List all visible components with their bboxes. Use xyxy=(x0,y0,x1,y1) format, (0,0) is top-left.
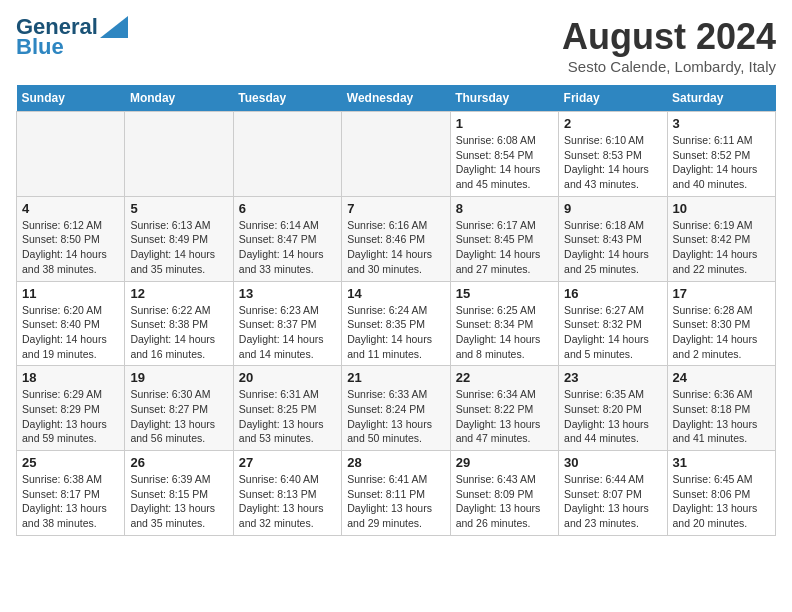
calendar-cell: 29Sunrise: 6:43 AM Sunset: 8:09 PM Dayli… xyxy=(450,451,558,536)
calendar-cell: 13Sunrise: 6:23 AM Sunset: 8:37 PM Dayli… xyxy=(233,281,341,366)
calendar-cell: 15Sunrise: 6:25 AM Sunset: 8:34 PM Dayli… xyxy=(450,281,558,366)
day-info: Sunrise: 6:11 AM Sunset: 8:52 PM Dayligh… xyxy=(673,133,770,192)
day-info: Sunrise: 6:36 AM Sunset: 8:18 PM Dayligh… xyxy=(673,387,770,446)
day-number: 10 xyxy=(673,201,770,216)
title-block: August 2024 Sesto Calende, Lombardy, Ita… xyxy=(562,16,776,75)
day-number: 6 xyxy=(239,201,336,216)
day-number: 5 xyxy=(130,201,227,216)
day-info: Sunrise: 6:38 AM Sunset: 8:17 PM Dayligh… xyxy=(22,472,119,531)
day-number: 30 xyxy=(564,455,661,470)
day-number: 8 xyxy=(456,201,553,216)
day-info: Sunrise: 6:31 AM Sunset: 8:25 PM Dayligh… xyxy=(239,387,336,446)
day-number: 7 xyxy=(347,201,444,216)
day-info: Sunrise: 6:23 AM Sunset: 8:37 PM Dayligh… xyxy=(239,303,336,362)
calendar-cell: 23Sunrise: 6:35 AM Sunset: 8:20 PM Dayli… xyxy=(559,366,667,451)
day-number: 9 xyxy=(564,201,661,216)
day-info: Sunrise: 6:35 AM Sunset: 8:20 PM Dayligh… xyxy=(564,387,661,446)
logo-icon xyxy=(100,16,128,38)
calendar-cell: 14Sunrise: 6:24 AM Sunset: 8:35 PM Dayli… xyxy=(342,281,450,366)
day-number: 23 xyxy=(564,370,661,385)
weekday-header-sunday: Sunday xyxy=(17,85,125,112)
day-info: Sunrise: 6:10 AM Sunset: 8:53 PM Dayligh… xyxy=(564,133,661,192)
calendar-cell: 26Sunrise: 6:39 AM Sunset: 8:15 PM Dayli… xyxy=(125,451,233,536)
day-info: Sunrise: 6:25 AM Sunset: 8:34 PM Dayligh… xyxy=(456,303,553,362)
calendar-cell: 24Sunrise: 6:36 AM Sunset: 8:18 PM Dayli… xyxy=(667,366,775,451)
calendar-cell: 28Sunrise: 6:41 AM Sunset: 8:11 PM Dayli… xyxy=(342,451,450,536)
weekday-header-row: SundayMondayTuesdayWednesdayThursdayFrid… xyxy=(17,85,776,112)
day-info: Sunrise: 6:19 AM Sunset: 8:42 PM Dayligh… xyxy=(673,218,770,277)
day-info: Sunrise: 6:08 AM Sunset: 8:54 PM Dayligh… xyxy=(456,133,553,192)
calendar-cell: 2Sunrise: 6:10 AM Sunset: 8:53 PM Daylig… xyxy=(559,112,667,197)
calendar-cell: 21Sunrise: 6:33 AM Sunset: 8:24 PM Dayli… xyxy=(342,366,450,451)
day-info: Sunrise: 6:17 AM Sunset: 8:45 PM Dayligh… xyxy=(456,218,553,277)
day-number: 14 xyxy=(347,286,444,301)
weekday-header-wednesday: Wednesday xyxy=(342,85,450,112)
day-number: 31 xyxy=(673,455,770,470)
day-info: Sunrise: 6:39 AM Sunset: 8:15 PM Dayligh… xyxy=(130,472,227,531)
day-number: 27 xyxy=(239,455,336,470)
calendar-cell: 4Sunrise: 6:12 AM Sunset: 8:50 PM Daylig… xyxy=(17,196,125,281)
calendar-table: SundayMondayTuesdayWednesdayThursdayFrid… xyxy=(16,85,776,536)
calendar-cell: 5Sunrise: 6:13 AM Sunset: 8:49 PM Daylig… xyxy=(125,196,233,281)
weekday-header-thursday: Thursday xyxy=(450,85,558,112)
day-info: Sunrise: 6:16 AM Sunset: 8:46 PM Dayligh… xyxy=(347,218,444,277)
calendar-cell: 1Sunrise: 6:08 AM Sunset: 8:54 PM Daylig… xyxy=(450,112,558,197)
day-number: 26 xyxy=(130,455,227,470)
calendar-cell: 3Sunrise: 6:11 AM Sunset: 8:52 PM Daylig… xyxy=(667,112,775,197)
day-number: 16 xyxy=(564,286,661,301)
calendar-week-3: 11Sunrise: 6:20 AM Sunset: 8:40 PM Dayli… xyxy=(17,281,776,366)
day-info: Sunrise: 6:40 AM Sunset: 8:13 PM Dayligh… xyxy=(239,472,336,531)
day-info: Sunrise: 6:30 AM Sunset: 8:27 PM Dayligh… xyxy=(130,387,227,446)
location-subtitle: Sesto Calende, Lombardy, Italy xyxy=(562,58,776,75)
logo: General Blue xyxy=(16,16,128,58)
day-number: 25 xyxy=(22,455,119,470)
day-number: 22 xyxy=(456,370,553,385)
calendar-cell: 6Sunrise: 6:14 AM Sunset: 8:47 PM Daylig… xyxy=(233,196,341,281)
day-number: 11 xyxy=(22,286,119,301)
calendar-week-4: 18Sunrise: 6:29 AM Sunset: 8:29 PM Dayli… xyxy=(17,366,776,451)
calendar-cell xyxy=(125,112,233,197)
day-info: Sunrise: 6:43 AM Sunset: 8:09 PM Dayligh… xyxy=(456,472,553,531)
day-info: Sunrise: 6:14 AM Sunset: 8:47 PM Dayligh… xyxy=(239,218,336,277)
day-info: Sunrise: 6:28 AM Sunset: 8:30 PM Dayligh… xyxy=(673,303,770,362)
calendar-cell: 16Sunrise: 6:27 AM Sunset: 8:32 PM Dayli… xyxy=(559,281,667,366)
calendar-week-2: 4Sunrise: 6:12 AM Sunset: 8:50 PM Daylig… xyxy=(17,196,776,281)
day-info: Sunrise: 6:13 AM Sunset: 8:49 PM Dayligh… xyxy=(130,218,227,277)
calendar-cell: 11Sunrise: 6:20 AM Sunset: 8:40 PM Dayli… xyxy=(17,281,125,366)
svg-marker-0 xyxy=(100,16,128,38)
weekday-header-monday: Monday xyxy=(125,85,233,112)
day-number: 29 xyxy=(456,455,553,470)
day-info: Sunrise: 6:12 AM Sunset: 8:50 PM Dayligh… xyxy=(22,218,119,277)
day-info: Sunrise: 6:33 AM Sunset: 8:24 PM Dayligh… xyxy=(347,387,444,446)
calendar-cell: 17Sunrise: 6:28 AM Sunset: 8:30 PM Dayli… xyxy=(667,281,775,366)
day-number: 13 xyxy=(239,286,336,301)
calendar-cell: 8Sunrise: 6:17 AM Sunset: 8:45 PM Daylig… xyxy=(450,196,558,281)
day-number: 12 xyxy=(130,286,227,301)
calendar-cell: 22Sunrise: 6:34 AM Sunset: 8:22 PM Dayli… xyxy=(450,366,558,451)
day-number: 3 xyxy=(673,116,770,131)
logo-text-blue: Blue xyxy=(16,36,64,58)
day-number: 28 xyxy=(347,455,444,470)
day-info: Sunrise: 6:24 AM Sunset: 8:35 PM Dayligh… xyxy=(347,303,444,362)
day-info: Sunrise: 6:34 AM Sunset: 8:22 PM Dayligh… xyxy=(456,387,553,446)
calendar-cell xyxy=(342,112,450,197)
calendar-week-1: 1Sunrise: 6:08 AM Sunset: 8:54 PM Daylig… xyxy=(17,112,776,197)
calendar-week-5: 25Sunrise: 6:38 AM Sunset: 8:17 PM Dayli… xyxy=(17,451,776,536)
weekday-header-tuesday: Tuesday xyxy=(233,85,341,112)
day-info: Sunrise: 6:20 AM Sunset: 8:40 PM Dayligh… xyxy=(22,303,119,362)
calendar-cell: 25Sunrise: 6:38 AM Sunset: 8:17 PM Dayli… xyxy=(17,451,125,536)
day-number: 15 xyxy=(456,286,553,301)
day-number: 4 xyxy=(22,201,119,216)
day-info: Sunrise: 6:41 AM Sunset: 8:11 PM Dayligh… xyxy=(347,472,444,531)
day-number: 21 xyxy=(347,370,444,385)
calendar-cell: 10Sunrise: 6:19 AM Sunset: 8:42 PM Dayli… xyxy=(667,196,775,281)
calendar-cell xyxy=(233,112,341,197)
day-info: Sunrise: 6:45 AM Sunset: 8:06 PM Dayligh… xyxy=(673,472,770,531)
page-header: General Blue August 2024 Sesto Calende, … xyxy=(16,16,776,75)
calendar-cell: 12Sunrise: 6:22 AM Sunset: 8:38 PM Dayli… xyxy=(125,281,233,366)
day-number: 1 xyxy=(456,116,553,131)
day-number: 18 xyxy=(22,370,119,385)
day-number: 20 xyxy=(239,370,336,385)
day-info: Sunrise: 6:29 AM Sunset: 8:29 PM Dayligh… xyxy=(22,387,119,446)
day-number: 24 xyxy=(673,370,770,385)
